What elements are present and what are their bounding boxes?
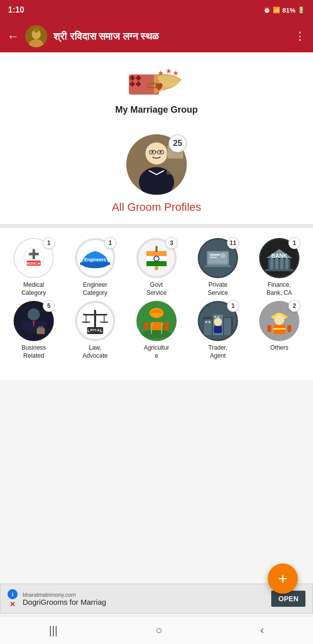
cat-icon-agri-wrap: 🌾 🌾 xyxy=(136,301,177,341)
svg-rect-91 xyxy=(208,321,210,323)
menu-button[interactable]: ⋮ xyxy=(294,30,306,43)
category-law[interactable]: LEGAL Law,Advocate xyxy=(66,301,124,360)
category-agri[interactable]: 🌾 🌾 Agriculture xyxy=(128,301,185,360)
svg-rect-79 xyxy=(165,322,169,330)
svg-rect-37 xyxy=(155,246,158,252)
svg-point-99 xyxy=(274,315,284,325)
svg-rect-93 xyxy=(217,316,219,318)
ad-title: DogriGrooms for Marriag xyxy=(23,598,266,606)
svg-point-80 xyxy=(141,330,172,338)
svg-rect-92 xyxy=(214,316,216,318)
svg-rect-41 xyxy=(210,254,220,256)
cat-badge-govt: 3 xyxy=(166,237,178,249)
ad-banner: i ✕ bharatmatrimony.com DogriGrooms for … xyxy=(0,584,313,614)
cat-badge-engineer: 1 xyxy=(104,237,116,249)
svg-rect-102 xyxy=(267,325,271,332)
svg-rect-42 xyxy=(210,257,217,258)
svg-rect-49 xyxy=(275,258,278,269)
wifi-icon: 📶 xyxy=(273,7,280,14)
group-name: My Marriage Group xyxy=(115,105,198,115)
cat-badge-private: 11 xyxy=(227,237,239,249)
svg-rect-101 xyxy=(273,328,285,330)
svg-rect-32 xyxy=(146,256,167,261)
svg-point-57 xyxy=(28,308,40,320)
svg-rect-103 xyxy=(287,325,291,332)
svg-rect-90 xyxy=(205,321,207,323)
battery-icon: 🔋 xyxy=(297,7,305,14)
svg-rect-28 xyxy=(80,262,110,265)
svg-text:★: ★ xyxy=(173,69,179,77)
ad-source: bharatmatrimony.com xyxy=(23,592,266,598)
profile-count-badge: 25 xyxy=(169,134,187,152)
svg-text:MEDICAL: MEDICAL xyxy=(25,261,43,266)
svg-text:BANK: BANK xyxy=(271,253,287,259)
status-time: 1:10 xyxy=(8,6,24,15)
svg-point-15 xyxy=(151,151,153,153)
svg-point-35 xyxy=(154,266,159,270)
cat-label-law: Law,Advocate xyxy=(83,344,108,360)
main-content: ★ ★ ★ My Marriage Group xyxy=(0,52,313,380)
cat-icon-medical-wrap: ➕ MEDICAL 1 xyxy=(14,238,54,278)
svg-rect-51 xyxy=(285,258,288,269)
app-bar-title: श्री रविदास समाज लग्न स्थळ xyxy=(53,31,288,42)
add-fab[interactable]: + xyxy=(268,564,298,594)
cat-icon-others-wrap: 2 xyxy=(259,301,299,341)
nav-home-button[interactable]: ○ xyxy=(145,620,172,641)
svg-rect-55 xyxy=(265,269,293,271)
svg-rect-50 xyxy=(280,258,283,269)
ad-close-button[interactable]: ✕ xyxy=(10,600,16,608)
cat-label-others: Others xyxy=(270,344,288,352)
cat-label-medical: MedicalCategory xyxy=(22,281,46,297)
svg-point-16 xyxy=(160,151,162,153)
nav-menu-button[interactable]: ||| xyxy=(39,620,67,641)
svg-rect-87 xyxy=(204,319,212,335)
all-groom-title: All Groom Profiles xyxy=(112,201,201,214)
cat-icon-govt-wrap: 3 xyxy=(136,238,177,278)
svg-text:★: ★ xyxy=(158,69,164,77)
cat-badge-finance: 1 xyxy=(288,237,300,249)
nav-back-button[interactable]: ‹ xyxy=(250,620,274,641)
cat-badge-business: 5 xyxy=(43,300,55,312)
cat-icon-law: LEGAL xyxy=(75,301,115,341)
cat-label-govt: GovtService xyxy=(146,281,167,297)
svg-point-44 xyxy=(220,253,225,258)
cat-label-trader: Trader,Agent xyxy=(208,344,227,360)
category-medical[interactable]: ➕ MEDICAL 1 MedicalCategory xyxy=(5,238,62,297)
ad-info-icon: i xyxy=(8,589,18,599)
group-header: ★ ★ ★ My Marriage Group xyxy=(0,52,313,129)
svg-text:★: ★ xyxy=(166,67,172,75)
category-trader[interactable]: 1 Trader,Agent xyxy=(189,301,247,360)
cat-icon-engineer-wrap: Engineers 1 xyxy=(75,238,115,278)
svg-rect-73 xyxy=(90,331,100,333)
svg-rect-48 xyxy=(270,258,273,269)
cat-badge-medical: 1 xyxy=(43,237,55,249)
category-engineer[interactable]: Engineers 1 EngineerCategory xyxy=(66,238,124,297)
cat-badge-others: 2 xyxy=(288,300,300,312)
svg-point-3 xyxy=(34,28,39,33)
svg-rect-96 xyxy=(214,326,222,333)
svg-rect-89 xyxy=(224,318,231,335)
cat-label-finance: Finance,Bank, CA xyxy=(267,281,292,297)
status-icons: ⏰ 📶 81% 🔋 xyxy=(263,7,305,14)
svg-rect-43 xyxy=(205,265,231,267)
category-govt[interactable]: 3 GovtService xyxy=(128,238,185,297)
ad-text: bharatmatrimony.com DogriGrooms for Marr… xyxy=(23,592,266,606)
alarm-icon: ⏰ xyxy=(263,7,271,14)
category-private[interactable]: 11 PrivateService xyxy=(189,238,247,297)
svg-point-45 xyxy=(220,259,226,263)
ad-open-button[interactable]: OPEN xyxy=(271,591,305,607)
svg-text:Engineers: Engineers xyxy=(84,257,106,262)
category-finance[interactable]: BANK 1 Finance,Bank, CA xyxy=(251,238,308,297)
battery-level: 81% xyxy=(282,7,295,14)
app-bar: ← श्री रविदास समाज लग्न स्थळ ⋮ xyxy=(0,20,313,52)
category-business[interactable]: 5 BusinessRelated xyxy=(5,301,62,360)
back-button[interactable]: ← xyxy=(7,29,19,43)
svg-rect-78 xyxy=(144,322,148,330)
nav-bar: ||| ○ ‹ xyxy=(0,616,313,644)
cat-label-private: PrivateService xyxy=(208,281,228,297)
group-logo: ★ ★ ★ xyxy=(126,64,187,105)
category-others[interactable]: 2 Others xyxy=(251,301,308,360)
category-grid: ➕ MEDICAL 1 MedicalCategory xyxy=(0,228,313,370)
cat-icon-agri: 🌾 🌾 xyxy=(136,301,177,341)
cat-label-engineer: EngineerCategory xyxy=(83,281,108,297)
